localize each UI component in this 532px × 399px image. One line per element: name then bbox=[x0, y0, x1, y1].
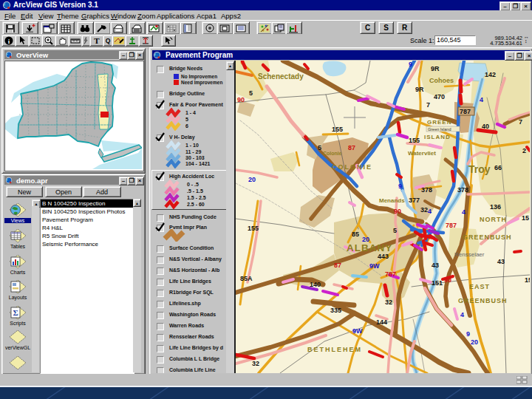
svg-text:32: 32 bbox=[252, 360, 259, 367]
svg-text:90: 90 bbox=[394, 208, 401, 215]
svg-text:155: 155 bbox=[409, 137, 420, 144]
svg-text:4: 4 bbox=[460, 311, 464, 318]
svg-text:COLONIE: COLONIE bbox=[332, 163, 372, 171]
svg-text:7: 7 bbox=[519, 118, 522, 126]
svg-text:43: 43 bbox=[497, 258, 505, 265]
svg-text:4: 4 bbox=[428, 208, 432, 215]
svg-text:9R: 9R bbox=[415, 86, 424, 93]
svg-text:87: 87 bbox=[348, 144, 355, 151]
svg-text:136: 136 bbox=[490, 203, 501, 211]
svg-text:GREENBUSH: GREENBUSH bbox=[458, 297, 508, 304]
svg-text:377: 377 bbox=[409, 197, 420, 204]
svg-text:32: 32 bbox=[385, 299, 392, 306]
svg-text:144: 144 bbox=[376, 318, 387, 326]
svg-text:470: 470 bbox=[434, 93, 445, 100]
svg-text:151: 151 bbox=[432, 279, 443, 287]
svg-text:Rensselaer: Rensselaer bbox=[454, 251, 485, 258]
svg-text:2: 2 bbox=[522, 147, 526, 154]
svg-text:15: 15 bbox=[525, 276, 530, 284]
svg-text:378: 378 bbox=[457, 186, 468, 194]
svg-text:Σ: Σ bbox=[13, 308, 18, 317]
svg-text:Q: Q bbox=[106, 37, 111, 44]
svg-text:20: 20 bbox=[471, 338, 478, 346]
svg-text:ALBANY: ALBANY bbox=[347, 242, 392, 253]
svg-text:335: 335 bbox=[330, 307, 341, 314]
svg-text:43: 43 bbox=[432, 262, 439, 269]
svg-text:443: 443 bbox=[378, 253, 389, 260]
svg-text:9R: 9R bbox=[431, 65, 440, 72]
svg-text:378: 378 bbox=[421, 186, 432, 194]
svg-text:9W: 9W bbox=[369, 262, 380, 270]
svg-text:66: 66 bbox=[494, 164, 502, 171]
svg-text:NORTH: NORTH bbox=[480, 216, 507, 223]
svg-text:20: 20 bbox=[362, 236, 369, 243]
svg-text:EAST: EAST bbox=[469, 283, 490, 290]
svg-text:5: 5 bbox=[318, 144, 321, 151]
svg-text:Troy: Troy bbox=[468, 163, 491, 175]
svg-text:787: 787 bbox=[446, 222, 457, 229]
svg-text:787: 787 bbox=[385, 270, 396, 278]
svg-text:15: 15 bbox=[522, 214, 529, 222]
svg-text:5: 5 bbox=[393, 227, 397, 234]
svg-text:87: 87 bbox=[334, 262, 341, 269]
svg-text:85A: 85A bbox=[240, 275, 253, 282]
svg-text:5: 5 bbox=[249, 89, 253, 97]
svg-text:9W: 9W bbox=[352, 327, 363, 335]
svg-text:GREENBUSH: GREENBUSH bbox=[463, 233, 512, 241]
svg-text:Green Island: Green Island bbox=[428, 127, 451, 132]
svg-text:787: 787 bbox=[460, 108, 471, 115]
svg-text:9: 9 bbox=[466, 330, 470, 338]
svg-text:Watervliet: Watervliet bbox=[408, 150, 436, 157]
svg-text:Menands: Menands bbox=[379, 197, 405, 204]
svg-text:BETHLEHEM: BETHLEHEM bbox=[307, 346, 362, 353]
svg-text:ISLAND: ISLAND bbox=[424, 134, 451, 140]
svg-text:4: 4 bbox=[480, 96, 483, 103]
svg-text:142: 142 bbox=[485, 71, 496, 78]
svg-text:Colonie: Colonie bbox=[323, 151, 342, 156]
svg-text:90: 90 bbox=[444, 276, 451, 284]
svg-text:Cohoes: Cohoes bbox=[429, 77, 454, 84]
svg-text:40: 40 bbox=[482, 123, 489, 130]
svg-text:9: 9 bbox=[409, 61, 412, 68]
svg-text:155: 155 bbox=[248, 225, 259, 232]
svg-text:9: 9 bbox=[398, 183, 402, 190]
svg-text:85: 85 bbox=[352, 231, 359, 238]
svg-text:140: 140 bbox=[310, 281, 321, 288]
svg-text:155: 155 bbox=[332, 126, 343, 133]
svg-text:T: T bbox=[94, 36, 100, 45]
svg-text:20: 20 bbox=[248, 176, 256, 183]
svg-text:32: 32 bbox=[420, 206, 428, 214]
svg-text:Schenectady: Schenectady bbox=[258, 72, 304, 81]
svg-text:GREEN: GREEN bbox=[427, 119, 451, 126]
svg-text:7: 7 bbox=[426, 101, 430, 109]
svg-text:4: 4 bbox=[462, 208, 466, 216]
svg-text:90: 90 bbox=[237, 96, 245, 103]
